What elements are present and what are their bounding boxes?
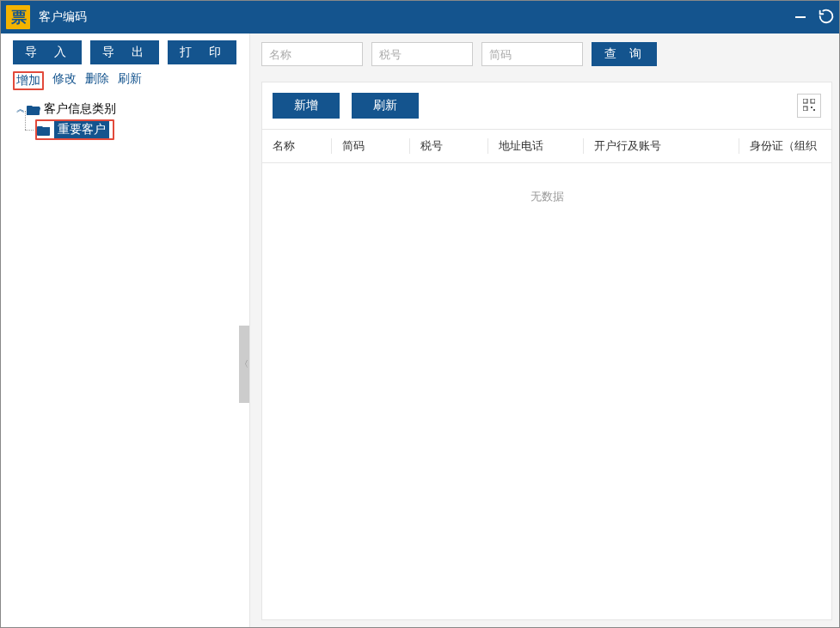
app-logo: 票 [6,5,30,29]
new-button[interactable]: 新增 [273,93,340,119]
modify-action[interactable]: 修改 [52,71,77,90]
svg-rect-3 [811,107,812,108]
refresh-button[interactable]: 刷新 [352,93,419,119]
back-button[interactable] [813,1,839,34]
code-input[interactable] [481,42,583,66]
main-panel: 查 询 新增 刷新 名称 简码 税号 地址电话 开户行及账号 身份证（组织 无数… [250,34,839,628]
col-idorg: 身份证（组织 [739,138,831,154]
sidebar: 导 入 导 出 打 印 增加 修改 删除 刷新 ︽ 客户信息类别 [1,34,250,628]
query-button[interactable]: 查 询 [592,42,657,66]
export-button[interactable]: 导 出 [90,40,159,64]
minimize-icon [795,16,806,18]
sidebar-collapse-handle[interactable]: 〈 [239,326,249,403]
svg-rect-4 [813,109,815,111]
col-code: 简码 [332,138,409,154]
window-title: 客户编码 [39,9,87,25]
refresh-action[interactable]: 刷新 [118,71,142,90]
folder-open-icon [27,104,40,114]
tree-child-label: 重要客户 [54,121,109,138]
operations-row: 新增 刷新 [261,82,832,129]
taxno-input[interactable] [371,42,473,66]
add-action[interactable]: 增加 [13,71,44,90]
tree-child-item[interactable]: 重要客户 [35,119,249,140]
category-tree: ︽ 客户信息类别 重要客户 [1,99,249,140]
empty-text: 无数据 [530,190,564,203]
col-addrtel: 地址电话 [488,138,583,154]
table-body: 无数据 [261,163,832,620]
folder-icon [37,125,51,135]
qrcode-button[interactable] [797,94,821,118]
name-input[interactable] [261,42,363,66]
titlebar: 票 客户编码 [1,1,839,34]
svg-rect-2 [803,107,807,111]
col-name: 名称 [262,138,331,154]
back-arrow-icon [817,7,836,28]
svg-rect-1 [811,99,815,103]
minimize-button[interactable] [788,1,813,34]
qrcode-icon [803,99,815,113]
tree-root-item[interactable]: ︽ 客户信息类别 [15,99,249,119]
import-button[interactable]: 导 入 [13,40,82,64]
tree-root-label: 客户信息类别 [44,101,116,117]
col-taxno: 税号 [410,138,487,154]
search-row: 查 询 [261,42,832,66]
delete-action[interactable]: 删除 [85,71,109,90]
svg-rect-0 [803,99,807,103]
table-header: 名称 简码 税号 地址电话 开户行及账号 身份证（组织 [261,129,832,163]
col-bankacct: 开户行及账号 [584,138,739,154]
chevron-left-icon: 〈 [240,358,248,370]
print-button[interactable]: 打 印 [168,40,236,64]
